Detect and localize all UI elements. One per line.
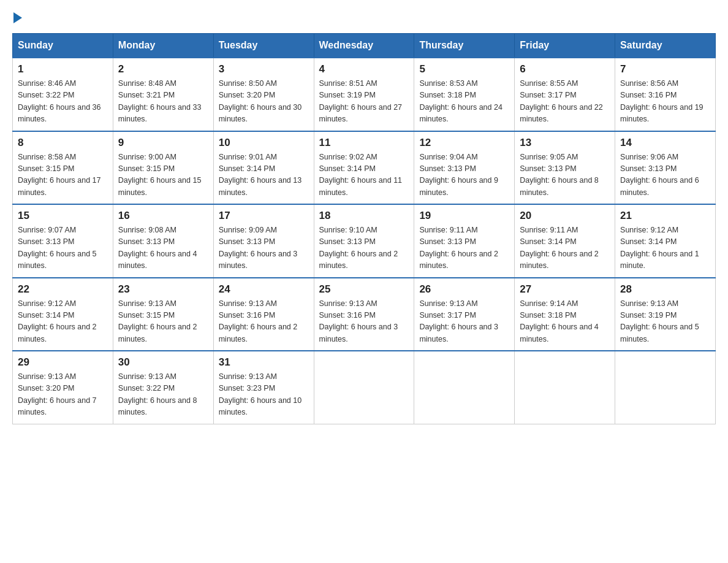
calendar-table: SundayMondayTuesdayWednesdayThursdayFrid…	[12, 33, 716, 424]
day-info: Sunrise: 9:01 AM Sunset: 3:14 PM Dayligh…	[219, 151, 309, 199]
day-info: Sunrise: 9:00 AM Sunset: 3:15 PM Dayligh…	[118, 151, 208, 199]
calendar-day-cell: 2 Sunrise: 8:48 AM Sunset: 3:21 PM Dayli…	[113, 58, 213, 131]
calendar-day-cell: 20 Sunrise: 9:11 AM Sunset: 3:14 PM Dayl…	[515, 204, 615, 278]
day-info: Sunrise: 9:13 AM Sunset: 3:16 PM Dayligh…	[219, 298, 309, 346]
day-info: Sunrise: 9:06 AM Sunset: 3:13 PM Dayligh…	[620, 151, 710, 199]
calendar-day-header: Friday	[515, 34, 615, 58]
day-info: Sunrise: 9:13 AM Sunset: 3:15 PM Dayligh…	[118, 298, 208, 346]
calendar-day-header: Thursday	[414, 34, 515, 58]
calendar-day-cell: 31 Sunrise: 9:13 AM Sunset: 3:23 PM Dayl…	[213, 351, 314, 424]
day-info: Sunrise: 9:11 AM Sunset: 3:13 PM Dayligh…	[419, 224, 509, 272]
day-info: Sunrise: 9:09 AM Sunset: 3:13 PM Dayligh…	[219, 224, 309, 272]
page-header	[12, 12, 716, 21]
calendar-day-cell: 24 Sunrise: 9:13 AM Sunset: 3:16 PM Dayl…	[213, 278, 314, 351]
calendar-day-cell: 30 Sunrise: 9:13 AM Sunset: 3:22 PM Dayl…	[113, 351, 213, 424]
day-number: 5	[419, 63, 509, 75]
day-info: Sunrise: 9:14 AM Sunset: 3:18 PM Dayligh…	[520, 298, 610, 346]
day-number: 25	[319, 283, 409, 296]
day-number: 13	[520, 137, 610, 149]
day-number: 23	[118, 283, 208, 296]
calendar-day-cell: 16 Sunrise: 9:08 AM Sunset: 3:13 PM Dayl…	[113, 204, 213, 278]
calendar-day-cell: 17 Sunrise: 9:09 AM Sunset: 3:13 PM Dayl…	[213, 204, 314, 278]
calendar-week-row: 1 Sunrise: 8:46 AM Sunset: 3:22 PM Dayli…	[13, 58, 716, 131]
day-info: Sunrise: 9:11 AM Sunset: 3:14 PM Dayligh…	[520, 224, 610, 272]
calendar-header-row: SundayMondayTuesdayWednesdayThursdayFrid…	[13, 34, 716, 58]
calendar-day-cell: 22 Sunrise: 9:12 AM Sunset: 3:14 PM Dayl…	[13, 278, 113, 351]
day-info: Sunrise: 9:05 AM Sunset: 3:13 PM Dayligh…	[520, 151, 610, 199]
day-number: 2	[118, 63, 208, 75]
day-info: Sunrise: 9:13 AM Sunset: 3:23 PM Dayligh…	[219, 371, 309, 419]
day-info: Sunrise: 9:13 AM Sunset: 3:17 PM Dayligh…	[419, 298, 509, 346]
day-info: Sunrise: 8:51 AM Sunset: 3:19 PM Dayligh…	[319, 78, 409, 126]
calendar-day-cell: 6 Sunrise: 8:55 AM Sunset: 3:17 PM Dayli…	[515, 58, 615, 131]
calendar-week-row: 29 Sunrise: 9:13 AM Sunset: 3:20 PM Dayl…	[13, 351, 716, 424]
day-number: 19	[419, 210, 509, 222]
day-number: 27	[520, 283, 610, 296]
day-number: 18	[319, 210, 409, 222]
day-number: 28	[620, 283, 710, 296]
day-number: 16	[118, 210, 208, 222]
calendar-day-header: Monday	[113, 34, 213, 58]
day-number: 9	[118, 137, 208, 149]
calendar-day-header: Sunday	[13, 34, 113, 58]
day-info: Sunrise: 8:48 AM Sunset: 3:21 PM Dayligh…	[118, 78, 208, 126]
day-number: 4	[319, 63, 409, 75]
calendar-day-cell	[515, 351, 615, 424]
day-info: Sunrise: 8:58 AM Sunset: 3:15 PM Dayligh…	[18, 151, 108, 199]
calendar-day-cell	[615, 351, 716, 424]
calendar-day-cell: 12 Sunrise: 9:04 AM Sunset: 3:13 PM Dayl…	[414, 131, 515, 205]
day-info: Sunrise: 8:50 AM Sunset: 3:20 PM Dayligh…	[219, 78, 309, 126]
calendar-day-cell	[314, 351, 414, 424]
day-info: Sunrise: 8:56 AM Sunset: 3:16 PM Dayligh…	[620, 78, 710, 126]
day-number: 1	[18, 63, 108, 75]
day-info: Sunrise: 9:13 AM Sunset: 3:22 PM Dayligh…	[118, 371, 208, 419]
day-info: Sunrise: 9:13 AM Sunset: 3:20 PM Dayligh…	[18, 371, 108, 419]
day-number: 7	[620, 63, 710, 75]
calendar-day-cell: 9 Sunrise: 9:00 AM Sunset: 3:15 PM Dayli…	[113, 131, 213, 205]
day-info: Sunrise: 9:12 AM Sunset: 3:14 PM Dayligh…	[18, 298, 108, 346]
calendar-day-cell	[414, 351, 515, 424]
calendar-day-cell: 29 Sunrise: 9:13 AM Sunset: 3:20 PM Dayl…	[13, 351, 113, 424]
day-number: 14	[620, 137, 710, 149]
day-info: Sunrise: 9:13 AM Sunset: 3:16 PM Dayligh…	[319, 298, 409, 346]
day-number: 20	[520, 210, 610, 222]
calendar-day-cell: 5 Sunrise: 8:53 AM Sunset: 3:18 PM Dayli…	[414, 58, 515, 131]
day-number: 21	[620, 210, 710, 222]
day-number: 6	[520, 63, 610, 75]
calendar-day-cell: 15 Sunrise: 9:07 AM Sunset: 3:13 PM Dayl…	[13, 204, 113, 278]
day-number: 15	[18, 210, 108, 222]
calendar-day-cell: 21 Sunrise: 9:12 AM Sunset: 3:14 PM Dayl…	[615, 204, 716, 278]
calendar-day-cell: 4 Sunrise: 8:51 AM Sunset: 3:19 PM Dayli…	[314, 58, 414, 131]
calendar-day-cell: 28 Sunrise: 9:13 AM Sunset: 3:19 PM Dayl…	[615, 278, 716, 351]
day-number: 12	[419, 137, 509, 149]
day-number: 10	[219, 137, 309, 149]
calendar-day-cell: 27 Sunrise: 9:14 AM Sunset: 3:18 PM Dayl…	[515, 278, 615, 351]
calendar-day-cell: 1 Sunrise: 8:46 AM Sunset: 3:22 PM Dayli…	[13, 58, 113, 131]
day-number: 30	[118, 356, 208, 369]
day-number: 24	[219, 283, 309, 296]
calendar-week-row: 22 Sunrise: 9:12 AM Sunset: 3:14 PM Dayl…	[13, 278, 716, 351]
day-info: Sunrise: 9:07 AM Sunset: 3:13 PM Dayligh…	[18, 224, 108, 272]
day-info: Sunrise: 8:53 AM Sunset: 3:18 PM Dayligh…	[419, 78, 509, 126]
logo-triangle-icon	[13, 12, 22, 23]
day-number: 17	[219, 210, 309, 222]
calendar-week-row: 8 Sunrise: 8:58 AM Sunset: 3:15 PM Dayli…	[13, 131, 716, 205]
day-info: Sunrise: 8:46 AM Sunset: 3:22 PM Dayligh…	[18, 78, 108, 126]
calendar-day-header: Wednesday	[314, 34, 414, 58]
calendar-day-cell: 19 Sunrise: 9:11 AM Sunset: 3:13 PM Dayl…	[414, 204, 515, 278]
calendar-day-cell: 18 Sunrise: 9:10 AM Sunset: 3:13 PM Dayl…	[314, 204, 414, 278]
calendar-day-cell: 10 Sunrise: 9:01 AM Sunset: 3:14 PM Dayl…	[213, 131, 314, 205]
day-number: 29	[18, 356, 108, 369]
day-info: Sunrise: 9:10 AM Sunset: 3:13 PM Dayligh…	[319, 224, 409, 272]
calendar-day-header: Saturday	[615, 34, 716, 58]
day-number: 8	[18, 137, 108, 149]
day-number: 26	[419, 283, 509, 296]
calendar-week-row: 15 Sunrise: 9:07 AM Sunset: 3:13 PM Dayl…	[13, 204, 716, 278]
logo	[12, 12, 22, 21]
calendar-day-cell: 8 Sunrise: 8:58 AM Sunset: 3:15 PM Dayli…	[13, 131, 113, 205]
calendar-day-cell: 23 Sunrise: 9:13 AM Sunset: 3:15 PM Dayl…	[113, 278, 213, 351]
calendar-day-cell: 11 Sunrise: 9:02 AM Sunset: 3:14 PM Dayl…	[314, 131, 414, 205]
day-info: Sunrise: 9:02 AM Sunset: 3:14 PM Dayligh…	[319, 151, 409, 199]
calendar-day-cell: 14 Sunrise: 9:06 AM Sunset: 3:13 PM Dayl…	[615, 131, 716, 205]
calendar-day-header: Tuesday	[213, 34, 314, 58]
